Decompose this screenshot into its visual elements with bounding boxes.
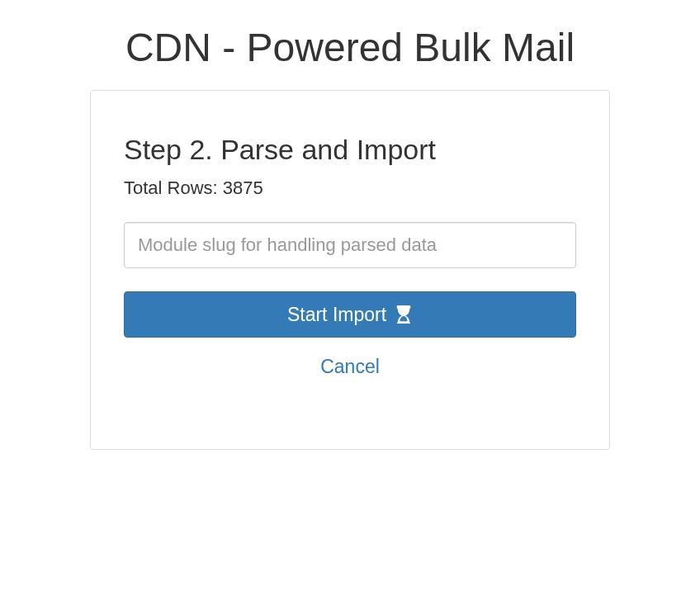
import-panel: Step 2. Parse and Import Total Rows: 387…	[90, 90, 610, 450]
hourglass-start-icon	[395, 305, 413, 324]
page-title: CDN - Powered Bulk Mail	[0, 25, 700, 70]
total-rows-label: Total Rows: 3875	[124, 177, 576, 199]
cancel-button[interactable]: Cancel	[124, 351, 576, 383]
start-import-button[interactable]: Start Import	[124, 291, 576, 338]
step-heading: Step 2. Parse and Import	[124, 134, 576, 166]
start-import-label: Start Import	[287, 304, 386, 326]
module-slug-input[interactable]	[124, 222, 576, 268]
